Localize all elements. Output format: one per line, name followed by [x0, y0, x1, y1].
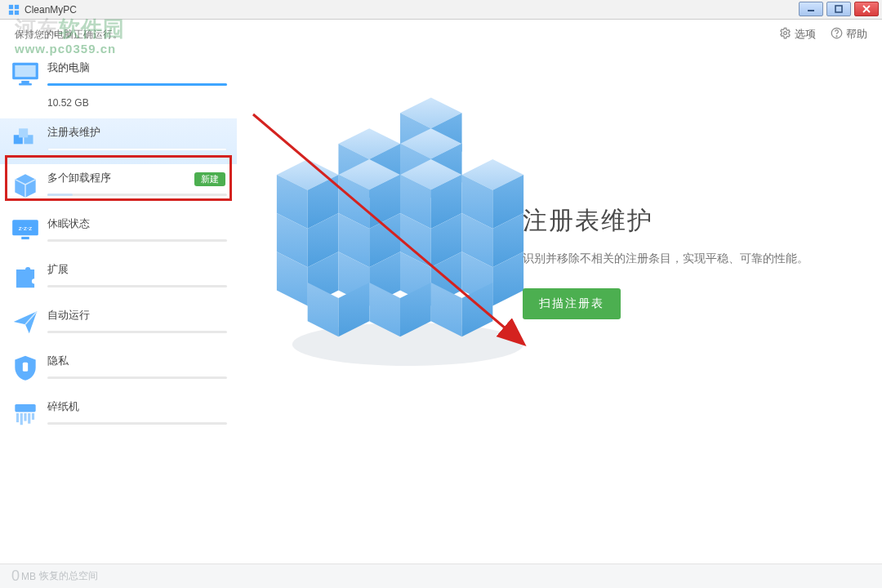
progress-bar: [47, 83, 227, 86]
status-bar: 0 MB 恢复的总空间: [0, 564, 882, 588]
recovered-value: 0: [11, 568, 20, 585]
tagline-text: 保持您的电脑正确运行。: [15, 28, 122, 42]
svg-rect-27: [32, 413, 34, 420]
sidebar-item-label: 自动运行: [47, 308, 227, 323]
help-label: 帮助: [846, 27, 867, 42]
options-label: 选项: [795, 27, 816, 42]
svg-text:z·z·z: z·z·z: [19, 225, 32, 232]
registry-icon: [10, 123, 41, 154]
window-title: CleanMyPC: [24, 4, 77, 16]
sidebar-item-extensions[interactable]: 扩展: [0, 256, 237, 301]
progress-bar: [47, 194, 227, 196]
svg-point-8: [784, 32, 787, 35]
svg-rect-2: [9, 10, 13, 14]
window-controls: [799, 2, 879, 16]
paper-plane-icon: [10, 306, 41, 337]
progress-bar: [47, 148, 227, 151]
sidebar-item-my-computer[interactable]: 我的电脑 10.52 GB: [0, 54, 237, 118]
puzzle-icon: [10, 261, 41, 292]
sidebar-item-label: 我的电脑: [47, 60, 227, 75]
help-icon: [831, 27, 843, 42]
gear-icon: [779, 27, 791, 42]
new-badge: 新建: [194, 172, 225, 186]
sidebar-item-autorun[interactable]: 自动运行: [0, 301, 237, 347]
sidebar-item-hibernate[interactable]: z·z·z 休眠状态: [0, 210, 237, 256]
svg-rect-0: [9, 4, 13, 8]
sidebar-item-label: 休眠状态: [47, 216, 227, 231]
close-button[interactable]: [854, 2, 879, 16]
recovered-unit: MB: [21, 571, 36, 582]
sidebar-item-label: 隐私: [47, 354, 227, 368]
sidebar-item-label: 碎纸机: [47, 399, 227, 414]
progress-bar: [47, 422, 227, 425]
sidebar-item-privacy[interactable]: 隐私: [0, 347, 237, 393]
sidebar-item-registry[interactable]: 注册表维护: [0, 118, 237, 164]
svg-rect-5: [835, 6, 842, 12]
sidebar: 我的电脑 10.52 GB 注册表维护 多个卸载程序 新建: [0, 49, 237, 564]
header-strip: 保持您的电脑正确运行。 选项 帮助: [0, 20, 882, 49]
app-icon: [8, 4, 20, 16]
svg-rect-3: [15, 10, 19, 14]
svg-rect-1: [15, 4, 19, 8]
shield-brush-icon: [10, 352, 41, 383]
monitor-icon: [10, 59, 41, 90]
help-button[interactable]: 帮助: [831, 27, 867, 42]
svg-rect-13: [21, 81, 29, 83]
svg-rect-23: [16, 413, 19, 422]
minimize-button[interactable]: [799, 2, 823, 16]
sidebar-item-sublabel: 10.52 GB: [47, 97, 227, 109]
progress-bar: [47, 239, 227, 242]
progress-bar: [47, 331, 227, 333]
options-button[interactable]: 选项: [779, 27, 816, 42]
sleep-monitor-icon: z·z·z: [10, 215, 41, 246]
svg-rect-12: [15, 65, 35, 77]
page-title: 注册表维护: [523, 204, 833, 238]
hero-illustration: [270, 90, 531, 368]
svg-rect-14: [19, 83, 32, 85]
sidebar-item-uninstaller[interactable]: 多个卸载程序 新建: [0, 164, 237, 210]
svg-point-10: [836, 36, 837, 37]
window-titlebar: CleanMyPC: [0, 0, 882, 20]
svg-rect-17: [19, 128, 28, 137]
progress-bar: [47, 376, 227, 379]
svg-rect-26: [28, 413, 30, 424]
scan-registry-button[interactable]: 扫描注册表: [523, 288, 621, 319]
sidebar-item-label: 扩展: [47, 262, 227, 277]
svg-rect-20: [21, 237, 29, 239]
svg-rect-24: [20, 413, 23, 425]
sidebar-item-label: 注册表维护: [47, 125, 227, 140]
page-description: 识别并移除不相关的注册条目，实现平稳、可靠的性能。: [523, 249, 833, 269]
svg-rect-22: [15, 404, 35, 412]
progress-bar: [47, 285, 227, 287]
box-icon: [10, 169, 41, 200]
svg-rect-25: [24, 413, 26, 421]
sidebar-item-shredder[interactable]: 碎纸机: [0, 393, 237, 439]
recovered-label: 恢复的总空间: [39, 569, 98, 583]
svg-rect-21: [23, 363, 28, 372]
shredder-icon: [10, 398, 41, 429]
maximize-button[interactable]: [826, 2, 851, 16]
hero-text-block: 注册表维护 识别并移除不相关的注册条目，实现平稳、可靠的性能。 扫描注册表: [523, 204, 833, 319]
